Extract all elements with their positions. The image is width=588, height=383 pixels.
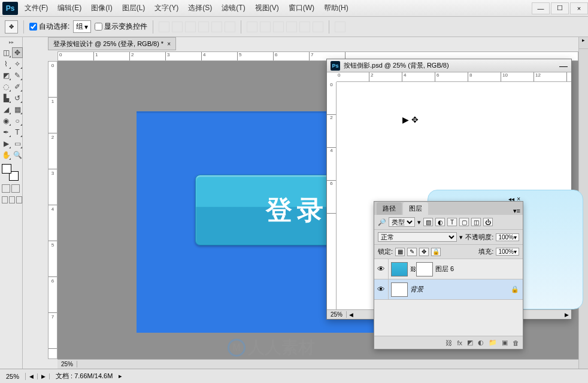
layer-name[interactable]: 背景 <box>410 285 511 294</box>
menu-window[interactable]: 窗口(W) <box>284 1 319 16</box>
align-bottom-icon[interactable] <box>185 22 196 32</box>
marquee-tool-icon[interactable]: ◫ <box>1 47 11 58</box>
link-layers-icon[interactable]: ⛓ <box>445 339 452 346</box>
auto-select-input[interactable] <box>29 23 37 31</box>
lock-position-icon[interactable]: ✥ <box>419 248 429 256</box>
filter-smart-icon[interactable]: ◫ <box>471 218 481 226</box>
scroll-left-icon[interactable]: ◀ <box>347 312 356 318</box>
menu-edit[interactable]: 编辑(E) <box>53 1 86 16</box>
healing-tool-icon[interactable]: ◌ <box>1 81 11 92</box>
lasso-tool-icon[interactable]: ⌇ <box>1 59 11 69</box>
minimize-icon[interactable]: — <box>559 61 568 71</box>
scroll-left-icon[interactable]: ◀ <box>26 373 38 379</box>
pen-tool-icon[interactable]: ✒ <box>1 127 11 138</box>
scroll-right-icon[interactable]: ▶ <box>562 312 571 318</box>
filter-pixel-icon[interactable]: ▧ <box>423 218 433 226</box>
eraser-tool-icon[interactable]: ◢ <box>1 104 11 115</box>
history-brush-tool-icon[interactable]: ↺ <box>12 93 23 104</box>
lock-all-icon[interactable]: 🔒 <box>431 248 441 256</box>
show-transform-input[interactable] <box>95 23 102 31</box>
menu-image[interactable]: 图像(I) <box>87 1 116 16</box>
layer-mask-icon[interactable]: ◩ <box>467 339 473 346</box>
eyedropper-tool-icon[interactable]: ✎ <box>12 70 23 81</box>
crop-tool-icon[interactable]: ◩ <box>1 70 11 81</box>
screen-mode-icon[interactable] <box>0 196 22 203</box>
dodge-tool-icon[interactable]: ○ <box>12 115 23 126</box>
zoom-level[interactable]: 25% <box>0 373 26 380</box>
color-swatches[interactable] <box>2 164 19 181</box>
distribute-icon[interactable] <box>313 22 323 32</box>
blend-mode-select[interactable]: 正常 <box>378 232 457 242</box>
visibility-icon[interactable]: 👁 <box>374 259 389 279</box>
layers-panel[interactable]: ◂◂ × 路径 图层 ▾≡ 🔎 类型 ▾ ▧ ◐ T ▢ ◫ ⏻ 正常 ▾ 不透… <box>374 201 523 349</box>
menu-file[interactable]: 文件(F) <box>20 1 52 16</box>
move-tool-icon[interactable]: ✥ <box>12 47 23 58</box>
filter-adjust-icon[interactable]: ◐ <box>435 218 445 226</box>
filter-kind-select[interactable]: 类型 <box>389 217 415 227</box>
shape-tool-icon[interactable]: ▭ <box>12 138 23 149</box>
filter-toggle-icon[interactable]: ⏻ <box>483 218 493 226</box>
hand-tool-icon[interactable]: ✋ <box>1 150 11 160</box>
minimize-button[interactable]: — <box>532 2 550 14</box>
auto-select-target[interactable]: 组 ▾ <box>73 20 91 33</box>
distribute-icon[interactable] <box>247 22 257 32</box>
menu-help[interactable]: 帮助(H) <box>320 1 353 16</box>
close-button[interactable]: × <box>570 2 588 14</box>
search-icon[interactable]: 🔎 <box>378 218 386 226</box>
fill-value[interactable]: 100% ▾ <box>496 248 519 256</box>
move-tool-icon[interactable]: ✥ <box>5 20 18 34</box>
distribute-icon[interactable] <box>299 22 310 32</box>
tab-layers[interactable]: 图层 <box>403 202 428 215</box>
window-titlebar[interactable]: Ps 按钮倒影.psd @ 25% (背景, RGB/8) — <box>327 59 571 72</box>
gradient-tool-icon[interactable]: ▦ <box>12 104 23 115</box>
align-vcenter-icon[interactable] <box>172 22 183 32</box>
zoom-tool-icon[interactable]: 🔍 <box>12 150 23 160</box>
visibility-icon[interactable]: 👁 <box>374 279 389 299</box>
layer-item[interactable]: 👁 背景 🔒 <box>374 279 523 300</box>
scrollbar-horizontal[interactable]: 25% <box>57 359 588 369</box>
group-icon[interactable]: 📁 <box>489 339 497 346</box>
align-left-icon[interactable] <box>198 22 209 32</box>
quick-mask-icon[interactable] <box>0 184 22 193</box>
close-icon[interactable]: × <box>517 196 520 202</box>
menu-select[interactable]: 选择(S) <box>184 1 216 16</box>
foreground-color[interactable] <box>2 164 11 174</box>
layer-mask-thumbnail[interactable] <box>416 262 433 276</box>
brush-tool-icon[interactable]: ✐ <box>12 81 23 92</box>
maximize-button[interactable]: ☐ <box>551 2 569 14</box>
lock-pixels-icon[interactable]: ✎ <box>407 248 417 256</box>
layer-item[interactable]: 👁 ⛓ 图层 6 <box>374 259 523 279</box>
align-right-icon[interactable] <box>225 22 235 32</box>
filter-shape-icon[interactable]: ▢ <box>459 218 469 226</box>
new-layer-icon[interactable]: ▣ <box>502 339 508 346</box>
lock-transparent-icon[interactable]: ▦ <box>395 248 405 256</box>
menu-view[interactable]: 视图(V) <box>251 1 283 16</box>
opacity-value[interactable]: 100% ▾ <box>496 233 519 241</box>
scroll-right-icon[interactable]: ▶ <box>38 373 50 379</box>
magic-wand-tool-icon[interactable]: ✧ <box>12 59 23 69</box>
collapse-icon[interactable]: ◂◂ <box>508 196 514 202</box>
type-tool-icon[interactable]: T <box>12 127 23 138</box>
menu-filter[interactable]: 滤镜(T) <box>217 1 249 16</box>
distribute-icon[interactable] <box>260 22 271 32</box>
stamp-tool-icon[interactable]: ▙ <box>1 93 11 104</box>
align-hcenter-icon[interactable] <box>211 22 222 32</box>
distribute-icon[interactable] <box>286 22 297 32</box>
layer-thumbnail[interactable] <box>391 262 408 276</box>
document-tab[interactable]: 登录按钮设计 @ 25% (登录, RGB/8) * × <box>48 37 176 50</box>
menu-layer[interactable]: 图层(L) <box>118 1 150 16</box>
zoom-level[interactable]: 25% <box>57 361 77 367</box>
filter-type-icon[interactable]: T <box>447 218 457 226</box>
panel-menu-icon[interactable]: ▾≡ <box>513 207 520 215</box>
zoom-level[interactable]: 25% <box>327 311 347 318</box>
blur-tool-icon[interactable]: ◉ <box>1 115 11 126</box>
document-info[interactable]: 文档 : 7.66M/14.6M <box>50 372 119 381</box>
distribute-icon[interactable] <box>273 22 284 32</box>
panel-tab-icon[interactable]: ▸ <box>579 37 588 49</box>
adjustment-layer-icon[interactable]: ◐ <box>478 339 484 346</box>
delete-layer-icon[interactable]: 🗑 <box>513 339 519 346</box>
layer-name[interactable]: 图层 6 <box>435 265 523 273</box>
auto-select-checkbox[interactable]: 自动选择: <box>29 22 69 32</box>
path-select-tool-icon[interactable]: ▶ <box>1 138 11 149</box>
align-top-icon[interactable] <box>159 22 169 32</box>
